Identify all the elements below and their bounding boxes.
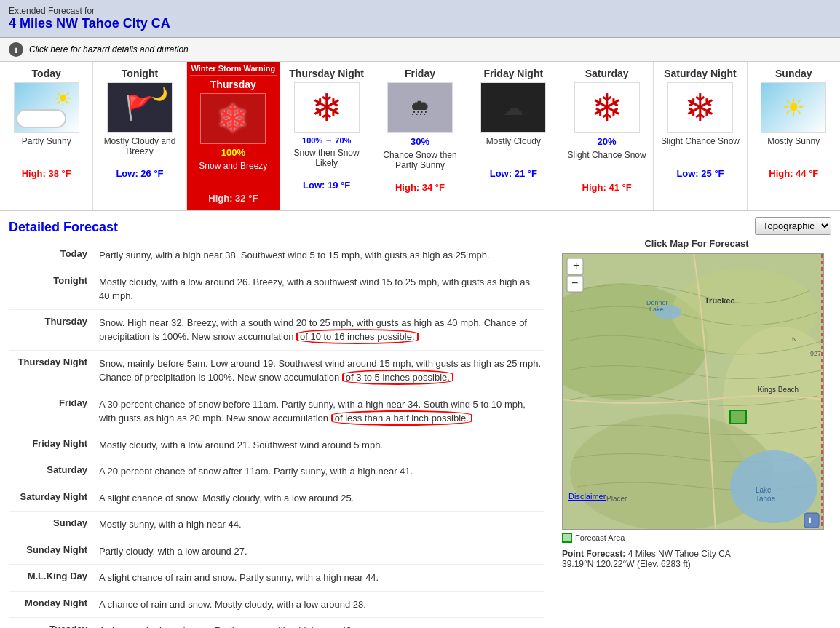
forecast-period: Tonight [9,269,96,309]
svg-text:Placer: Placer [606,495,627,503]
svg-text:Kings Beach: Kings Beach [758,386,799,394]
day-label-friday-night: Friday Night [470,68,557,79]
forecast-description: Snow, mainly before 5am. Low around 19. … [96,350,544,391]
point-forecast-label: Point Forecast: [562,549,625,559]
map-controls: Topographic Satellite Street [562,217,831,235]
svg-rect-21 [804,513,819,528]
forecast-area-legend: Forecast Area [562,533,831,543]
weather-icon-thursday: ❄ [200,93,266,144]
weather-desc-saturday-night: Slight Chance Snow [657,136,743,165]
forecast-cell-friday-night[interactable]: Friday Night ☁ Mostly Cloudy Low: 21 °F [467,62,560,210]
map-area: Topographic Satellite Street Click Map F… [553,211,840,628]
hazard-link[interactable]: Click here for hazard details and durati… [29,44,189,55]
header-title: 4 Miles NW Tahoe City CA [9,16,831,31]
header: Extended Forecast for 4 Miles NW Tahoe C… [0,0,840,38]
temp-friday: High: 34 °F [376,182,463,193]
forecast-description: A 30 percent chance of snow before 11am.… [96,391,544,432]
weather-desc-today: Partly Sunny [3,136,90,165]
precip-thursday: 100% [190,147,277,158]
day-label-saturday-night: Saturday Night [657,68,743,79]
temp-friday-night: Low: 21 °F [470,168,557,179]
winter-warning-banner: Winter Storm Warning [190,62,277,76]
weather-icon-tonight: 🌙 🚩 [107,82,173,133]
forecast-description: A slight chance of rain and snow. Partly… [96,565,544,592]
temp-thursday-night: Low: 19 °F [283,180,370,191]
table-row: M.L.King DayA slight chance of rain and … [9,565,544,592]
svg-text:i: i [809,515,811,525]
legend-label: Forecast Area [575,533,625,542]
forecast-period: Today [9,242,96,269]
weather-desc-tonight: Mostly Cloudy and Breezy [96,136,183,165]
main-content: Detailed Forecast TodayPartly sunny, wit… [0,211,840,628]
forecast-cell-saturday-night[interactable]: Saturday Night ❄ Slight Chance Snow Low:… [654,62,747,210]
forecast-description: A chance of rain and snow. Partly sunny,… [96,618,544,629]
forecast-period: Sunday [9,512,96,538]
forecast-description: Mostly cloudy, with a low around 26. Bre… [96,269,544,309]
info-icon: i [9,42,23,57]
precip-thursday-night: 100% → 70% [283,136,370,145]
table-row: TonightMostly cloudy, with a low around … [9,269,544,309]
forecast-cell-tonight[interactable]: Tonight 🌙 🚩 Mostly Cloudy and Breezy Low… [93,62,186,210]
map-svg: Lake Tahoe Donner Lake Truckee Kings Bea… [563,254,824,530]
forecast-description: A chance of rain and snow. Mostly cloudy… [96,591,544,618]
svg-text:−: − [571,277,578,289]
table-row: Sunday NightPartly cloudy, with a low ar… [9,538,544,565]
point-forecast-location: 4 Miles NW Tahoe City CA [628,549,731,559]
weather-icon-friday-night: ☁ [480,82,546,133]
day-label-thursday-night: Thursday Night [283,68,370,79]
forecast-period: Monday Night [9,591,96,618]
table-row: Thursday NightSnow, mainly before 5am. L… [9,350,544,391]
weather-icon-saturday-night: ❄ [667,82,733,133]
forecast-description: Mostly cloudy, with a low around 21. Sou… [96,432,544,458]
weather-desc-friday: Chance Snow then Partly Sunny [376,150,463,179]
forecast-cell-thursday-night[interactable]: Thursday Night ❄ 100% → 70% Snow then Sn… [280,62,373,210]
forecast-period: Tuesday [9,618,96,629]
weather-icon-friday: 🌨 [387,82,453,133]
temp-today: High: 38 °F [3,168,90,179]
temp-thursday: High: 32 °F [190,193,277,204]
table-row: Saturday NightA slight chance of snow. M… [9,485,544,512]
forecast-period: Sunday Night [9,538,96,565]
map-container[interactable]: Lake Tahoe Donner Lake Truckee Kings Bea… [562,253,824,530]
weather-icon-thursday-night: ❄ [294,82,360,133]
svg-rect-16 [730,410,746,424]
forecast-period: M.L.King Day [9,565,96,592]
svg-text:+: + [573,259,579,271]
forecast-cell-today[interactable]: Today ☀ Partly Sunny High: 38 °F [0,62,93,210]
svg-text:Truckee: Truckee [705,296,735,305]
forecast-cell-thursday[interactable]: Winter Storm Warning Thursday ❄ 100% Sno… [187,62,280,210]
table-row: Monday NightA chance of rain and snow. M… [9,591,544,618]
forecast-description: Partly sunny, with a high near 38. South… [96,242,544,269]
svg-text:Tahoe: Tahoe [756,495,776,503]
forecast-grid: Today ☀ Partly Sunny High: 38 °F Tonight… [0,62,840,211]
forecast-period: Friday Night [9,432,96,458]
forecast-period: Friday [9,391,96,432]
weather-desc-sunday: Mostly Sunny [750,136,837,165]
forecast-period: Thursday Night [9,350,96,391]
day-label-thursday: Thursday [190,79,277,90]
forecast-cell-sunday[interactable]: Sunday ☀ Mostly Sunny High: 44 °F [748,62,840,210]
forecast-description: A slight chance of snow. Mostly cloudy, … [96,485,544,512]
legend-box [562,533,572,543]
temp-saturday: High: 41 °F [563,182,650,193]
svg-text:N: N [792,335,797,343]
weather-icon-saturday: ❄ [574,82,640,133]
forecast-cell-saturday[interactable]: Saturday ❄ 20% Slight Chance Snow High: … [560,62,654,210]
temp-saturday-night: Low: 25 °F [657,168,743,179]
weather-desc-saturday: Slight Chance Snow [563,150,650,179]
forecast-period: Saturday Night [9,485,96,512]
forecast-description: A 20 percent chance of snow after 11am. … [96,458,544,485]
svg-text:927: 927 [810,350,821,357]
day-label-saturday: Saturday [563,68,650,79]
svg-text:Lake: Lake [756,486,772,494]
map-disclaimer-link[interactable]: Disclaimer [568,492,606,501]
hazard-bar[interactable]: i Click here for hazard details and dura… [0,38,840,62]
day-label: Today [3,68,90,79]
header-subtitle: Extended Forecast for [9,6,831,16]
map-type-select[interactable]: Topographic Satellite Street [755,217,831,235]
forecast-cell-friday[interactable]: Friday 🌨 30% Chance Snow then Partly Sun… [373,62,467,210]
map-click-label: Click Map For Forecast [562,238,831,249]
detailed-forecast: Detailed Forecast TodayPartly sunny, wit… [0,211,553,628]
table-row: FridayA 30 percent chance of snow before… [9,391,544,432]
day-label-sunday: Sunday [750,68,837,79]
